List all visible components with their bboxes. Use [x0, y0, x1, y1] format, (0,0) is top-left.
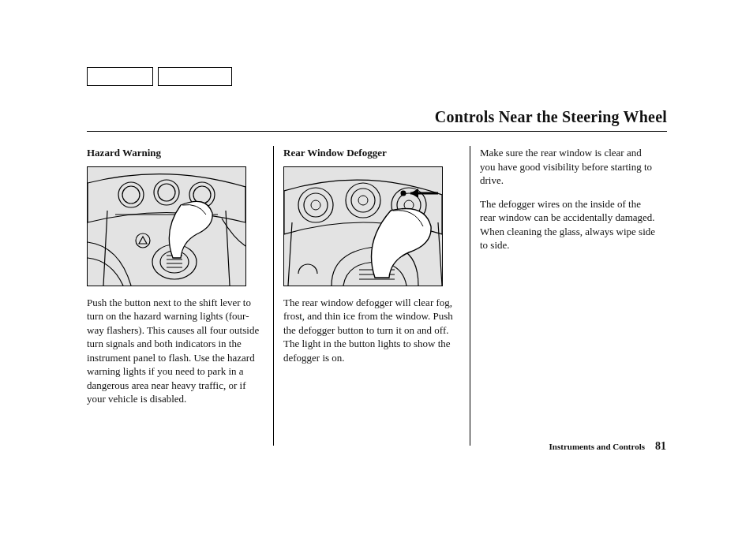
- defogger-wires-paragraph: The defogger wires on the inside of the …: [480, 197, 657, 252]
- page-title: Controls Near the Steering Wheel: [87, 108, 667, 126]
- footer-section-label: Instruments and Controls: [549, 442, 645, 451]
- hazard-warning-paragraph: Push the button next to the shift lever …: [87, 296, 264, 406]
- svg-point-24: [401, 190, 406, 196]
- dashboard-gear-shift-defogger-icon: [284, 167, 442, 286]
- footer-page-number: 81: [655, 440, 666, 452]
- svg-point-7: [136, 233, 150, 248]
- rear-defogger-heading: Rear Window Defogger: [283, 146, 460, 160]
- dashboard-gear-shift-hazard-icon: [88, 167, 245, 286]
- header-placeholder-boxes: [87, 67, 667, 86]
- visibility-paragraph: Make sure the rear window is clear and y…: [480, 146, 657, 188]
- header-box-2: [158, 67, 232, 86]
- page-footer: Instruments and Controls 81: [549, 440, 666, 453]
- header-box-1: [87, 67, 153, 86]
- title-rule: [87, 131, 667, 132]
- column-3: Make sure the rear window is clear and y…: [470, 146, 657, 446]
- hazard-warning-heading: Hazard Warning: [87, 146, 264, 160]
- rear-defogger-paragraph: The rear window defogger will clear fog,…: [283, 296, 460, 365]
- column-2: Rear Window Defogger: [274, 146, 470, 446]
- rear-defogger-illustration: [283, 166, 443, 286]
- column-1: Hazard Warning: [87, 146, 273, 446]
- hazard-warning-illustration: [87, 166, 246, 286]
